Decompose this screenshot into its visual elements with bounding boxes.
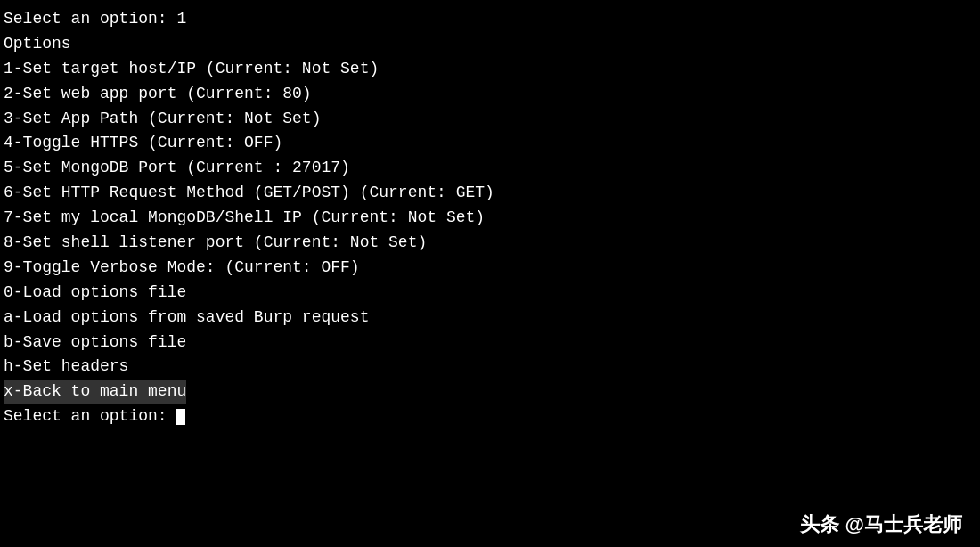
- terminal-window: Select an option: 1Options1-Set target h…: [0, 0, 980, 547]
- terminal-line: Select an option: 1: [4, 7, 973, 32]
- terminal-line: 7-Set my local MongoDB/Shell IP (Current…: [4, 206, 973, 231]
- terminal-line: 0-Load options file: [4, 281, 973, 306]
- terminal-line: Options: [4, 32, 973, 57]
- terminal-line: a-Load options from saved Burp request: [4, 306, 973, 331]
- terminal-line: 2-Set web app port (Current: 80): [4, 82, 973, 107]
- terminal-line: b-Save options file: [4, 331, 973, 355]
- cursor: [176, 409, 185, 425]
- watermark: 头条 @马士兵老师: [800, 511, 962, 538]
- terminal-line: 3-Set App Path (Current: Not Set): [4, 107, 973, 132]
- terminal-line: h-Set headers: [4, 355, 973, 380]
- terminal-line: 8-Set shell listener port (Current: Not …: [4, 231, 973, 256]
- terminal-line: Select an option:: [4, 404, 973, 429]
- terminal-line: 4-Toggle HTTPS (Current: OFF): [4, 131, 973, 156]
- terminal-line: 5-Set MongoDB Port (Current : 27017): [4, 156, 973, 181]
- terminal-line: x-Back to main menu: [4, 380, 973, 404]
- terminal-line: 6-Set HTTP Request Method (GET/POST) (Cu…: [4, 181, 973, 206]
- terminal-line: 9-Toggle Verbose Mode: (Current: OFF): [4, 256, 973, 281]
- terminal-line: 1-Set target host/IP (Current: Not Set): [4, 57, 973, 82]
- terminal-content: Select an option: 1Options1-Set target h…: [4, 7, 973, 429]
